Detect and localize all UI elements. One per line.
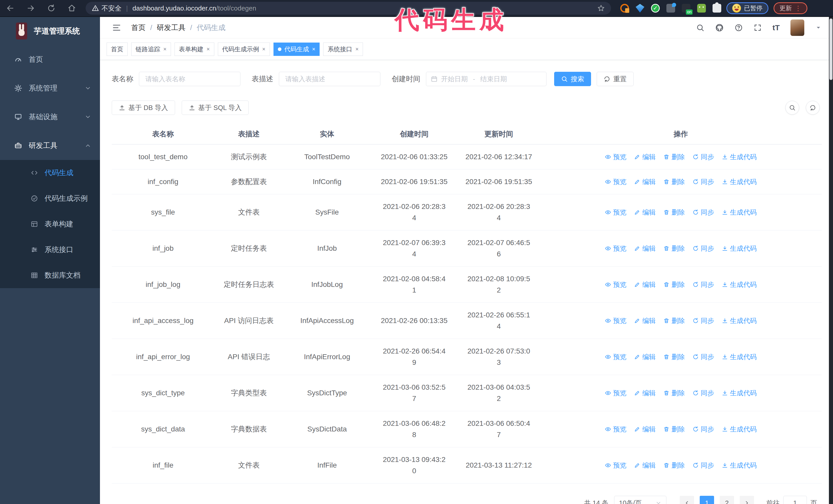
sync-link[interactable]: 同步 [693, 460, 714, 471]
fullscreen-icon[interactable] [754, 24, 762, 32]
reset-button[interactable]: 重置 [597, 72, 634, 86]
page-button-1[interactable]: 1 [700, 496, 714, 504]
generate-code-link[interactable]: 生成代码 [722, 351, 757, 362]
delete-link[interactable]: 删除 [663, 151, 685, 163]
next-page-button[interactable] [740, 496, 754, 504]
edit-link[interactable]: 编辑 [634, 387, 656, 399]
edit-link[interactable]: 编辑 [634, 424, 656, 435]
edit-link[interactable]: 编辑 [634, 151, 656, 163]
tab-system-api[interactable]: 系统接口× [323, 43, 363, 56]
delete-link[interactable]: 删除 [663, 279, 685, 290]
github-icon[interactable] [715, 23, 724, 32]
browser-menu-dots-icon[interactable]: ⋮ [795, 4, 802, 12]
search-button[interactable]: 搜索 [554, 72, 591, 86]
generate-code-link[interactable]: 生成代码 [722, 151, 757, 163]
generate-code-link[interactable]: 生成代码 [722, 279, 757, 290]
date-range-picker[interactable]: 开始日期 - 结束日期 [426, 72, 546, 86]
preview-link[interactable]: 预览 [605, 351, 626, 362]
sidebar-item-database-docs[interactable]: 数据库文档 [0, 263, 100, 288]
start-date-placeholder[interactable]: 开始日期 [441, 75, 468, 83]
sidebar-item-form-builder[interactable]: 表单构建 [0, 211, 100, 237]
help-icon[interactable] [735, 24, 743, 32]
sidebar-item-code-generation[interactable]: 代码生成 [0, 160, 100, 186]
extension-icon[interactable] [651, 4, 660, 13]
header-search-icon[interactable] [696, 24, 704, 32]
delete-link[interactable]: 删除 [663, 176, 685, 187]
table-desc-input[interactable] [279, 72, 380, 86]
refresh-table-button[interactable] [806, 101, 820, 115]
close-icon[interactable]: × [262, 46, 265, 52]
delete-link[interactable]: 删除 [663, 424, 685, 435]
delete-link[interactable]: 删除 [663, 351, 685, 362]
delete-link[interactable]: 删除 [663, 207, 685, 218]
sidebar-item-system-management[interactable]: 系统管理 [0, 74, 100, 102]
tab-link-tracing[interactable]: 链路追踪× [131, 43, 171, 56]
generate-code-link[interactable]: 生成代码 [722, 176, 757, 187]
browser-back-icon[interactable] [0, 4, 21, 12]
extension-icon[interactable] [620, 4, 629, 13]
page-scrollbar[interactable] [829, 17, 833, 504]
scrollbar-thumb[interactable] [829, 19, 832, 80]
browser-home-icon[interactable] [62, 4, 82, 12]
sidebar-item-codegen-example[interactable]: 代码生成示例 [0, 186, 100, 211]
preview-link[interactable]: 预览 [605, 279, 626, 290]
preview-link[interactable]: 预览 [605, 315, 626, 326]
edit-link[interactable]: 编辑 [634, 243, 656, 254]
sync-link[interactable]: 同步 [693, 315, 714, 326]
extension-icon[interactable] [697, 4, 706, 13]
delete-link[interactable]: 删除 [663, 243, 685, 254]
sidebar-item-dev-tools[interactable]: 研发工具 [0, 131, 100, 160]
address-bar[interactable]: 不安全 | dashboard.yudao.iocoder.cn/tool/co… [86, 2, 611, 15]
breadcrumb-group[interactable]: 研发工具 [157, 23, 186, 32]
preview-link[interactable]: 预览 [605, 243, 626, 254]
user-avatar[interactable] [790, 20, 804, 36]
breadcrumb-home[interactable]: 首页 [131, 23, 146, 32]
edit-link[interactable]: 编辑 [634, 351, 656, 362]
extension-icon[interactable] [666, 4, 675, 13]
sidebar-item-infrastructure[interactable]: 基础设施 [0, 102, 100, 131]
browser-update-button[interactable]: 更新 ⋮ [774, 2, 807, 14]
preview-link[interactable]: 预览 [605, 424, 626, 435]
generate-code-link[interactable]: 生成代码 [722, 207, 757, 218]
edit-link[interactable]: 编辑 [634, 279, 656, 290]
tab-codegen-example[interactable]: 代码生成示例× [218, 43, 270, 56]
table-name-input[interactable] [139, 72, 240, 86]
sync-link[interactable]: 同步 [693, 351, 714, 362]
avatar-caret-down-icon[interactable] [815, 24, 822, 31]
sidebar-item-system-api[interactable]: 系统接口 [0, 237, 100, 263]
generate-code-link[interactable]: 生成代码 [722, 460, 757, 471]
sync-link[interactable]: 同步 [693, 176, 714, 187]
preview-link[interactable]: 预览 [605, 387, 626, 399]
tab-form-builder[interactable]: 表单构建× [174, 43, 214, 56]
profile-paused-badge[interactable]: 已暂停 [727, 2, 768, 14]
security-status[interactable]: 不安全 [92, 4, 121, 13]
delete-link[interactable]: 删除 [663, 460, 685, 471]
sync-link[interactable]: 同步 [693, 207, 714, 218]
delete-link[interactable]: 删除 [663, 387, 685, 399]
browser-forward-icon[interactable] [21, 4, 41, 12]
close-icon[interactable]: × [312, 46, 315, 52]
sidebar-collapse-icon[interactable] [112, 23, 121, 32]
tab-code-generation[interactable]: 代码生成× [273, 43, 320, 56]
app-logo[interactable]: 芋道管理系统 [0, 17, 100, 45]
preview-link[interactable]: 预览 [605, 151, 626, 163]
generate-code-link[interactable]: 生成代码 [722, 387, 757, 399]
end-date-placeholder[interactable]: 结束日期 [480, 75, 507, 83]
generate-code-link[interactable]: 生成代码 [722, 424, 757, 435]
extension-icon[interactable] [636, 4, 644, 13]
sync-link[interactable]: 同步 [693, 243, 714, 254]
font-size-icon[interactable]: tT [772, 23, 780, 32]
edit-link[interactable]: 编辑 [634, 460, 656, 471]
extension-icon[interactable] [713, 4, 721, 13]
close-icon[interactable]: × [163, 46, 167, 52]
toggle-search-button[interactable] [785, 101, 799, 115]
generate-code-link[interactable]: 生成代码 [722, 243, 757, 254]
sidebar-item-home[interactable]: 首页 [0, 45, 100, 74]
prev-page-button[interactable] [680, 496, 694, 504]
preview-link[interactable]: 预览 [605, 460, 626, 471]
browser-reload-icon[interactable] [41, 4, 62, 12]
import-sql-button[interactable]: 基于 SQL 导入 [182, 100, 249, 115]
sync-link[interactable]: 同步 [693, 424, 714, 435]
sync-link[interactable]: 同步 [693, 387, 714, 399]
preview-link[interactable]: 预览 [605, 176, 626, 187]
